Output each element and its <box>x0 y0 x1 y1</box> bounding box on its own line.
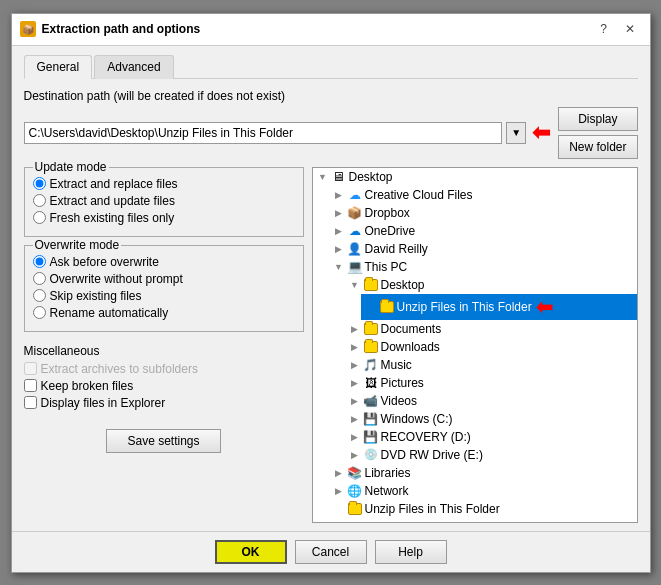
tree-item-dropbox[interactable]: ▶ 📦 Dropbox <box>329 204 637 222</box>
ok-button[interactable]: OK <box>215 540 287 564</box>
libraries-icon: 📚 <box>347 466 363 480</box>
tree-label-documents: Documents <box>381 322 442 336</box>
tree-item-pictures[interactable]: ▶ 🖼 Pictures <box>345 374 637 392</box>
expander-icon: ▶ <box>347 339 363 355</box>
tree-item-libraries[interactable]: ▶ 📚 Libraries <box>329 464 637 482</box>
overwrite-radio-2[interactable] <box>33 289 46 302</box>
tree-label-dvd-e: DVD RW Drive (E:) <box>381 448 483 462</box>
save-settings-button[interactable]: Save settings <box>106 429 220 453</box>
folder-open-icon <box>363 278 379 292</box>
update-radio-0[interactable] <box>33 177 46 190</box>
cloud-icon: ☁ <box>347 188 363 202</box>
expander-icon: ▶ <box>331 223 347 239</box>
unzip-arrow-indicator: ⬅ <box>536 295 553 319</box>
drive-icon: 💾 <box>363 430 379 444</box>
misc-option-1[interactable]: Keep broken files <box>24 379 304 393</box>
destination-input-row: ▼ ⬅ Display New folder <box>24 107 638 159</box>
tree-label-videos: Videos <box>381 394 417 408</box>
folder-icon <box>363 322 379 336</box>
expander-icon: ▼ <box>315 169 331 185</box>
dialog-icon: 📦 <box>20 21 36 37</box>
dialog-title: Extraction path and options <box>42 22 592 36</box>
close-button[interactable]: ✕ <box>618 19 642 39</box>
videos-icon: 📹 <box>363 394 379 408</box>
overwrite-radio-1[interactable] <box>33 272 46 285</box>
help-bottom-button[interactable]: Help <box>375 540 447 564</box>
help-button[interactable]: ? <box>592 19 616 39</box>
network-icon: 🌐 <box>347 484 363 498</box>
tree-item-unzip-bottom[interactable]: Unzip Files in This Folder <box>329 500 637 518</box>
tree-label-libraries: Libraries <box>365 466 411 480</box>
overwrite-option-3[interactable]: Rename automatically <box>33 306 295 320</box>
file-tree-panel: ▼ 🖥 Desktop ▶ ☁ Creative Cloud Files ▶ 📦 <box>312 167 638 523</box>
tree-item-desktop-root[interactable]: ▼ 🖥 Desktop <box>313 168 637 186</box>
tree-item-recovery-d[interactable]: ▶ 💾 RECOVERY (D:) <box>345 428 637 446</box>
update-label-0: Extract and replace files <box>50 177 178 191</box>
dest-action-buttons: Display New folder <box>558 107 637 159</box>
overwrite-radio-0[interactable] <box>33 255 46 268</box>
misc-option-2[interactable]: Display files in Explorer <box>24 396 304 410</box>
tree-item-music[interactable]: ▶ 🎵 Music <box>345 356 637 374</box>
overwrite-option-2[interactable]: Skip existing files <box>33 289 295 303</box>
overwrite-option-1[interactable]: Overwrite without prompt <box>33 272 295 286</box>
misc-section: Miscellaneous Extract archives to subfol… <box>24 344 304 413</box>
update-radio-1[interactable] <box>33 194 46 207</box>
save-settings-row: Save settings <box>24 429 304 453</box>
overwrite-label-1: Overwrite without prompt <box>50 272 183 286</box>
dest-arrow-indicator: ⬅ <box>532 120 550 146</box>
misc-checkbox-2[interactable] <box>24 396 37 409</box>
destination-input[interactable] <box>24 122 503 144</box>
folder-icon <box>363 340 379 354</box>
tree-item-this-pc[interactable]: ▼ 💻 This PC <box>329 258 637 276</box>
update-option-2[interactable]: Fresh existing files only <box>33 211 295 225</box>
tree-item-unzip-folder[interactable]: Unzip Files in This Folder ⬅ <box>361 294 637 320</box>
misc-label: Miscellaneous <box>24 344 304 358</box>
title-bar: 📦 Extraction path and options ? ✕ <box>12 14 650 46</box>
tree-item-david-reilly[interactable]: ▶ 👤 David Reilly <box>329 240 637 258</box>
update-option-1[interactable]: Extract and update files <box>33 194 295 208</box>
update-label-1: Extract and update files <box>50 194 175 208</box>
left-panel: Update mode Extract and replace files Ex… <box>24 167 304 523</box>
bottom-bar: OK Cancel Help <box>12 531 650 572</box>
overwrite-radio-3[interactable] <box>33 306 46 319</box>
tree-item-desktop-pc[interactable]: ▼ Desktop <box>345 276 637 294</box>
tree-item-downloads[interactable]: ▶ Downloads <box>345 338 637 356</box>
tree-label-windows-c: Windows (C:) <box>381 412 453 426</box>
tree-item-onedrive[interactable]: ▶ ☁ OneDrive <box>329 222 637 240</box>
update-radio-2[interactable] <box>33 211 46 224</box>
expander-icon: ▶ <box>347 375 363 391</box>
tree-label-unzip-folder: Unzip Files in This Folder <box>397 300 532 314</box>
file-tree[interactable]: ▼ 🖥 Desktop ▶ ☁ Creative Cloud Files ▶ 📦 <box>313 168 637 522</box>
tree-label-music: Music <box>381 358 412 372</box>
misc-checkbox-1[interactable] <box>24 379 37 392</box>
expander-icon <box>331 501 347 517</box>
update-label-2: Fresh existing files only <box>50 211 175 225</box>
tree-item-windows-c[interactable]: ▶ 💾 Windows (C:) <box>345 410 637 428</box>
tree-item-documents[interactable]: ▶ Documents <box>345 320 637 338</box>
update-mode-label: Update mode <box>33 160 109 174</box>
tree-item-videos[interactable]: ▶ 📹 Videos <box>345 392 637 410</box>
cancel-button[interactable]: Cancel <box>295 540 367 564</box>
expander-icon: ▶ <box>347 429 363 445</box>
tree-item-creative-cloud[interactable]: ▶ ☁ Creative Cloud Files <box>329 186 637 204</box>
tree-label-david-reilly: David Reilly <box>365 242 428 256</box>
overwrite-option-0[interactable]: Ask before overwrite <box>33 255 295 269</box>
display-button[interactable]: Display <box>558 107 637 131</box>
tab-general[interactable]: General <box>24 55 93 79</box>
new-folder-button[interactable]: New folder <box>558 135 637 159</box>
tree-label-desktop-pc: Desktop <box>381 278 425 292</box>
update-option-0[interactable]: Extract and replace files <box>33 177 295 191</box>
tree-label-downloads: Downloads <box>381 340 440 354</box>
tree-item-network[interactable]: ▶ 🌐 Network <box>329 482 637 500</box>
tab-advanced[interactable]: Advanced <box>94 55 173 79</box>
expander-icon <box>363 299 379 315</box>
tree-item-dvd-e[interactable]: ▶ 💿 DVD RW Drive (E:) <box>345 446 637 464</box>
folder-icon <box>379 300 395 314</box>
tree-label-recovery-d: RECOVERY (D:) <box>381 430 471 444</box>
misc-option-0[interactable]: Extract archives to subfolders <box>24 362 304 376</box>
expander-icon: ▶ <box>347 447 363 463</box>
expander-icon: ▶ <box>347 393 363 409</box>
pc-icon: 💻 <box>347 260 363 274</box>
dropdown-arrow-btn[interactable]: ▼ <box>506 122 526 144</box>
expander-icon: ▶ <box>331 241 347 257</box>
